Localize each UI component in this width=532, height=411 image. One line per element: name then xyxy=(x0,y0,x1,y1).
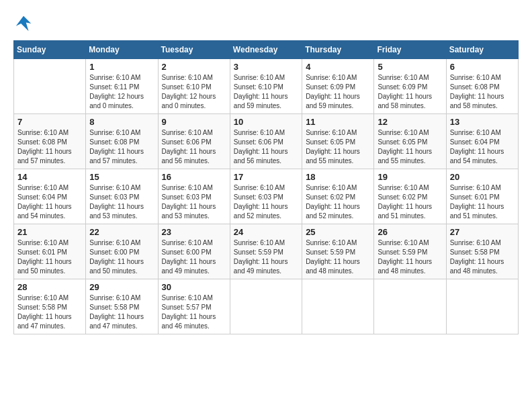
day-info: Sunrise: 6:10 AMSunset: 6:02 PMDaylight:… xyxy=(306,183,370,221)
calendar-cell: 6 Sunrise: 6:10 AMSunset: 6:08 PMDayligh… xyxy=(446,59,518,114)
day-info: Sunrise: 6:10 AMSunset: 6:05 PMDaylight:… xyxy=(378,128,442,166)
day-info: Sunrise: 6:10 AMSunset: 6:06 PMDaylight:… xyxy=(234,128,298,166)
day-info: Sunrise: 6:10 AMSunset: 6:00 PMDaylight:… xyxy=(162,238,226,276)
day-info: Sunrise: 6:10 AMSunset: 5:58 PMDaylight:… xyxy=(89,293,154,331)
calendar-cell: 11 Sunrise: 6:10 AMSunset: 6:05 PMDaylig… xyxy=(302,114,374,169)
day-number: 9 xyxy=(162,117,226,127)
day-number: 2 xyxy=(162,62,226,72)
calendar-cell: 24 Sunrise: 6:10 AMSunset: 5:59 PMDaylig… xyxy=(230,224,302,279)
day-number: 6 xyxy=(450,62,515,72)
day-number: 1 xyxy=(89,62,154,72)
calendar-cell: 17 Sunrise: 6:10 AMSunset: 6:03 PMDaylig… xyxy=(230,169,302,224)
calendar-cell: 1 Sunrise: 6:10 AMSunset: 6:11 PMDayligh… xyxy=(86,59,158,114)
day-number: 24 xyxy=(234,227,298,237)
day-number: 15 xyxy=(89,172,154,182)
day-number: 13 xyxy=(450,117,515,127)
calendar-cell: 10 Sunrise: 6:10 AMSunset: 6:06 PMDaylig… xyxy=(230,114,302,169)
calendar-cell: 7 Sunrise: 6:10 AMSunset: 6:08 PMDayligh… xyxy=(14,114,86,169)
day-info: Sunrise: 6:10 AMSunset: 5:57 PMDaylight:… xyxy=(162,293,226,331)
calendar-cell: 2 Sunrise: 6:10 AMSunset: 6:10 PMDayligh… xyxy=(158,59,230,114)
day-info: Sunrise: 6:10 AMSunset: 6:09 PMDaylight:… xyxy=(378,73,442,111)
calendar-cell xyxy=(230,279,302,334)
day-info: Sunrise: 6:10 AMSunset: 6:03 PMDaylight:… xyxy=(89,183,154,221)
calendar-week-2: 7 Sunrise: 6:10 AMSunset: 6:08 PMDayligh… xyxy=(14,114,519,169)
calendar-cell: 19 Sunrise: 6:10 AMSunset: 6:02 PMDaylig… xyxy=(374,169,446,224)
calendar-cell: 30 Sunrise: 6:10 AMSunset: 5:57 PMDaylig… xyxy=(158,279,230,334)
calendar-cell: 18 Sunrise: 6:10 AMSunset: 6:02 PMDaylig… xyxy=(302,169,374,224)
day-info: Sunrise: 6:10 AMSunset: 6:01 PMDaylight:… xyxy=(450,183,515,221)
day-header-monday: Monday xyxy=(86,41,158,59)
day-number: 29 xyxy=(89,282,154,292)
logo xyxy=(13,13,36,34)
day-info: Sunrise: 6:10 AMSunset: 6:09 PMDaylight:… xyxy=(306,73,370,111)
calendar-cell: 13 Sunrise: 6:10 AMSunset: 6:04 PMDaylig… xyxy=(446,114,518,169)
calendar-cell: 25 Sunrise: 6:10 AMSunset: 5:59 PMDaylig… xyxy=(302,224,374,279)
day-info: Sunrise: 6:10 AMSunset: 5:59 PMDaylight:… xyxy=(378,238,442,276)
calendar-cell: 4 Sunrise: 6:10 AMSunset: 6:09 PMDayligh… xyxy=(302,59,374,114)
day-info: Sunrise: 6:10 AMSunset: 5:58 PMDaylight:… xyxy=(450,238,515,276)
day-info: Sunrise: 6:10 AMSunset: 6:02 PMDaylight:… xyxy=(378,183,442,221)
calendar-cell xyxy=(374,279,446,334)
day-number: 10 xyxy=(234,117,298,127)
calendar-cell: 16 Sunrise: 6:10 AMSunset: 6:03 PMDaylig… xyxy=(158,169,230,224)
day-header-tuesday: Tuesday xyxy=(158,41,230,59)
calendar-week-3: 14 Sunrise: 6:10 AMSunset: 6:04 PMDaylig… xyxy=(14,169,519,224)
day-info: Sunrise: 6:10 AMSunset: 6:10 PMDaylight:… xyxy=(234,73,298,111)
day-number: 20 xyxy=(450,172,515,182)
calendar-cell: 28 Sunrise: 6:10 AMSunset: 5:58 PMDaylig… xyxy=(14,279,86,334)
calendar-cell: 20 Sunrise: 6:10 AMSunset: 6:01 PMDaylig… xyxy=(446,169,518,224)
day-number: 30 xyxy=(162,282,226,292)
day-info: Sunrise: 6:10 AMSunset: 6:06 PMDaylight:… xyxy=(162,128,226,166)
day-header-friday: Friday xyxy=(374,41,446,59)
day-header-thursday: Thursday xyxy=(302,41,374,59)
day-number: 17 xyxy=(234,172,298,182)
day-info: Sunrise: 6:10 AMSunset: 5:59 PMDaylight:… xyxy=(306,238,370,276)
calendar-cell: 21 Sunrise: 6:10 AMSunset: 6:01 PMDaylig… xyxy=(14,224,86,279)
day-number: 12 xyxy=(378,117,442,127)
day-header-sunday: Sunday xyxy=(14,41,86,59)
day-number: 11 xyxy=(306,117,370,127)
day-info: Sunrise: 6:10 AMSunset: 6:04 PMDaylight:… xyxy=(450,128,515,166)
day-number: 22 xyxy=(89,227,154,237)
day-info: Sunrise: 6:10 AMSunset: 5:59 PMDaylight:… xyxy=(234,238,298,276)
calendar-week-5: 28 Sunrise: 6:10 AMSunset: 5:58 PMDaylig… xyxy=(14,279,519,334)
calendar-cell: 9 Sunrise: 6:10 AMSunset: 6:06 PMDayligh… xyxy=(158,114,230,169)
day-number: 25 xyxy=(306,227,370,237)
day-info: Sunrise: 6:10 AMSunset: 6:01 PMDaylight:… xyxy=(17,238,82,276)
calendar-week-1: 1 Sunrise: 6:10 AMSunset: 6:11 PMDayligh… xyxy=(14,59,519,114)
calendar-cell: 23 Sunrise: 6:10 AMSunset: 6:00 PMDaylig… xyxy=(158,224,230,279)
day-number: 4 xyxy=(306,62,370,72)
day-info: Sunrise: 6:10 AMSunset: 6:04 PMDaylight:… xyxy=(17,183,82,221)
logo-icon xyxy=(13,13,34,34)
day-info: Sunrise: 6:10 AMSunset: 6:03 PMDaylight:… xyxy=(162,183,226,221)
day-number: 18 xyxy=(306,172,370,182)
calendar-week-4: 21 Sunrise: 6:10 AMSunset: 6:01 PMDaylig… xyxy=(14,224,519,279)
day-info: Sunrise: 6:10 AMSunset: 6:08 PMDaylight:… xyxy=(450,73,515,111)
calendar-cell: 5 Sunrise: 6:10 AMSunset: 6:09 PMDayligh… xyxy=(374,59,446,114)
calendar-cell xyxy=(446,279,518,334)
calendar-cell xyxy=(14,59,86,114)
day-number: 27 xyxy=(450,227,515,237)
day-info: Sunrise: 6:10 AMSunset: 6:00 PMDaylight:… xyxy=(89,238,154,276)
day-number: 23 xyxy=(162,227,226,237)
day-info: Sunrise: 6:10 AMSunset: 6:10 PMDaylight:… xyxy=(162,73,226,111)
calendar-cell: 3 Sunrise: 6:10 AMSunset: 6:10 PMDayligh… xyxy=(230,59,302,114)
day-number: 28 xyxy=(17,282,82,292)
day-number: 7 xyxy=(17,117,82,127)
day-header-wednesday: Wednesday xyxy=(230,41,302,59)
day-info: Sunrise: 6:10 AMSunset: 6:08 PMDaylight:… xyxy=(89,128,154,166)
day-number: 5 xyxy=(378,62,442,72)
day-info: Sunrise: 6:10 AMSunset: 6:11 PMDaylight:… xyxy=(89,73,154,111)
calendar-cell: 27 Sunrise: 6:10 AMSunset: 5:58 PMDaylig… xyxy=(446,224,518,279)
calendar-table: SundayMondayTuesdayWednesdayThursdayFrid… xyxy=(13,40,519,334)
calendar-cell: 22 Sunrise: 6:10 AMSunset: 6:00 PMDaylig… xyxy=(86,224,158,279)
day-number: 3 xyxy=(234,62,298,72)
calendar-cell: 8 Sunrise: 6:10 AMSunset: 6:08 PMDayligh… xyxy=(86,114,158,169)
calendar-cell xyxy=(302,279,374,334)
svg-marker-0 xyxy=(16,16,32,32)
day-number: 16 xyxy=(162,172,226,182)
day-number: 19 xyxy=(378,172,442,182)
day-number: 26 xyxy=(378,227,442,237)
day-info: Sunrise: 6:10 AMSunset: 6:03 PMDaylight:… xyxy=(234,183,298,221)
day-info: Sunrise: 6:10 AMSunset: 6:05 PMDaylight:… xyxy=(306,128,370,166)
